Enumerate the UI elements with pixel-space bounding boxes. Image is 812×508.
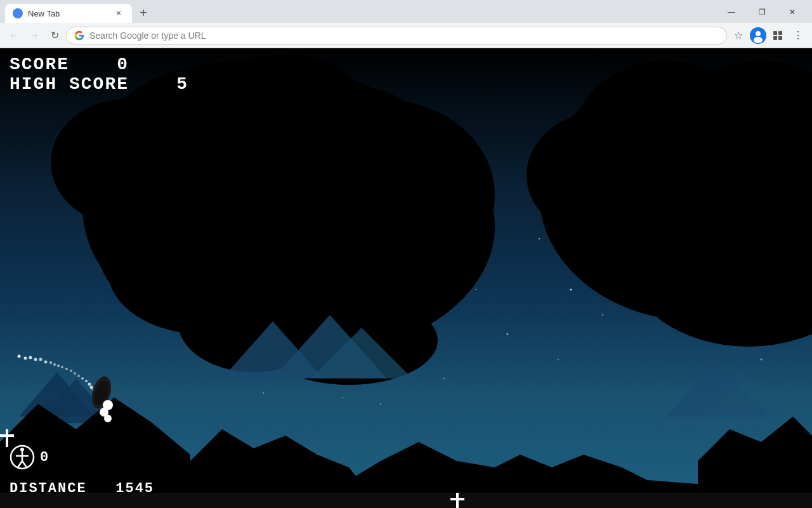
tab-bar: New Tab ✕ + — ❐ ✕ xyxy=(0,0,812,23)
svg-point-68 xyxy=(49,361,52,364)
svg-point-71 xyxy=(61,366,63,368)
svg-point-65 xyxy=(34,358,37,361)
profile-icon xyxy=(750,27,766,44)
score-line: SCORE 0 xyxy=(10,55,188,74)
profile-button[interactable] xyxy=(750,27,766,44)
lives-display: 0 xyxy=(10,444,48,470)
address-text: Search Google or type a URL xyxy=(89,30,719,41)
svg-point-76 xyxy=(81,377,84,380)
svg-point-1 xyxy=(756,31,761,36)
svg-point-70 xyxy=(57,364,60,367)
high-score-label: HIGH SCORE xyxy=(10,74,129,94)
svg-rect-86 xyxy=(6,429,8,447)
address-bar[interactable]: Search Google or type a URL xyxy=(66,27,727,44)
svg-rect-6 xyxy=(778,36,782,40)
svg-point-63 xyxy=(24,357,27,360)
minimize-button[interactable]: — xyxy=(717,3,746,22)
svg-point-64 xyxy=(29,356,32,359)
browser-frame: New Tab ✕ + — ❐ ✕ ← → ↻ Search Google or… xyxy=(0,0,812,508)
svg-point-79 xyxy=(90,386,93,389)
google-logo xyxy=(74,30,84,41)
svg-point-2 xyxy=(754,37,763,43)
score-display: SCORE 0 HIGH SCORE 5 xyxy=(10,55,188,94)
game-area[interactable]: SCORE 0 HIGH SCORE 5 xyxy=(0,48,812,508)
score-value: 0 xyxy=(117,55,129,74)
toolbar-right: ☆ ⋮ xyxy=(730,27,807,44)
svg-point-95 xyxy=(20,448,24,451)
chrome-menu-button[interactable]: ⋮ xyxy=(789,27,807,44)
svg-point-78 xyxy=(88,383,91,386)
svg-point-85 xyxy=(104,415,112,422)
svg-rect-4 xyxy=(778,31,782,35)
svg-point-69 xyxy=(53,363,56,366)
svg-point-75 xyxy=(77,375,80,377)
close-button[interactable]: ✕ xyxy=(778,3,807,22)
window-controls: — ❐ ✕ xyxy=(717,3,807,22)
high-score-value: 5 xyxy=(176,74,188,94)
extensions-button[interactable] xyxy=(769,27,787,44)
new-tab-button[interactable]: + xyxy=(134,4,152,22)
distance-value: 1545 xyxy=(115,481,154,497)
svg-point-67 xyxy=(44,361,48,364)
svg-point-72 xyxy=(65,368,68,370)
bookmark-button[interactable]: ☆ xyxy=(730,27,747,44)
mountains-layer xyxy=(0,48,812,508)
tab-favicon xyxy=(13,8,23,18)
distance-display: DISTANCE 1545 xyxy=(10,481,154,497)
forward-button[interactable]: → xyxy=(25,27,43,44)
svg-point-73 xyxy=(70,370,72,372)
svg-line-94 xyxy=(22,461,27,467)
svg-rect-89 xyxy=(450,498,464,500)
player-character xyxy=(13,321,140,436)
svg-point-77 xyxy=(85,380,88,382)
browser-toolbar: ← → ↻ Search Google or type a URL ☆ xyxy=(0,23,812,48)
cross-marker-center xyxy=(450,493,464,508)
lives-icon xyxy=(10,444,35,470)
tab-title: New Tab xyxy=(28,9,108,18)
high-score-line: HIGH SCORE 5 xyxy=(10,74,188,94)
svg-rect-5 xyxy=(773,36,777,40)
svg-rect-87 xyxy=(0,434,14,437)
active-tab[interactable]: New Tab ✕ xyxy=(5,4,132,23)
extensions-icon xyxy=(771,29,784,42)
lives-count: 0 xyxy=(40,450,48,465)
maximize-button[interactable]: ❐ xyxy=(747,3,776,22)
refresh-button[interactable]: ↻ xyxy=(46,27,63,44)
back-button[interactable]: ← xyxy=(5,27,23,44)
svg-point-74 xyxy=(74,372,76,375)
svg-rect-3 xyxy=(773,31,777,35)
score-label: SCORE xyxy=(10,55,69,74)
svg-point-62 xyxy=(18,355,21,358)
svg-line-93 xyxy=(18,461,22,467)
distance-label: DISTANCE xyxy=(10,481,87,497)
svg-point-66 xyxy=(39,358,43,361)
tab-close-button[interactable]: ✕ xyxy=(113,8,124,19)
